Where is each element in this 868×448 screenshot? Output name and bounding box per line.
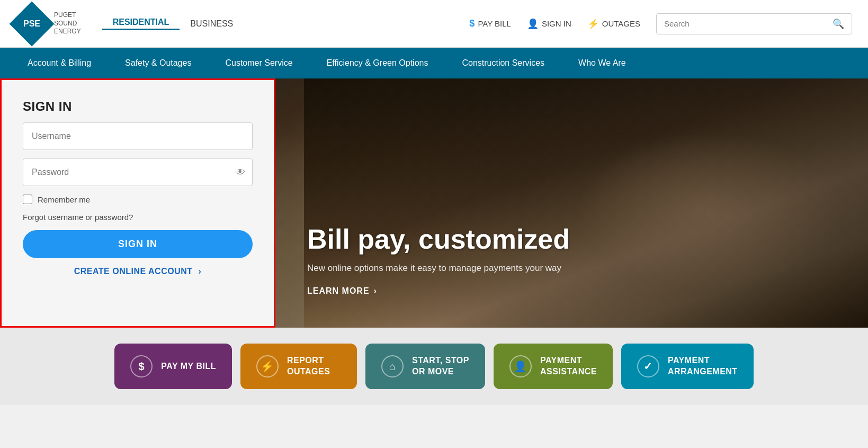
create-account-label: CREATE ONLINE ACCOUNT	[74, 267, 193, 276]
password-toggle-icon[interactable]: 👁	[236, 167, 245, 178]
learn-more-label: LEARN MORE	[307, 286, 370, 296]
nav-safety-outages[interactable]: Safety & Outages	[108, 48, 208, 78]
start-stop-text: START, STOPOR MOVE	[412, 355, 469, 377]
signin-title: SIGN IN	[23, 99, 253, 114]
nav-who-we-are[interactable]: Who We Are	[561, 48, 643, 78]
nav-account-billing[interactable]: Account & Billing	[11, 48, 108, 78]
hero-headline: Bill pay, customized	[307, 224, 836, 254]
secondary-nav: Account & Billing Safety & Outages Custo…	[0, 48, 868, 78]
payment-arrangement-icon: ✓	[637, 355, 659, 377]
pay-bill-label: PAY BILL	[478, 19, 511, 28]
logo-line2: SOUND	[54, 20, 81, 28]
outages-link[interactable]: ⚡ OUTAGES	[587, 18, 640, 30]
primary-nav: RESIDENTIAL BUSINESS	[102, 17, 244, 30]
remember-me-checkbox[interactable]	[23, 195, 32, 204]
logo-abbreviation: PSE	[23, 19, 40, 28]
top-header: PSE PUGET SOUND ENERGY RESIDENTIAL BUSIN…	[0, 0, 868, 48]
username-input[interactable]	[23, 122, 253, 150]
pay-bill-text: PAY MY BILL	[161, 361, 216, 372]
signin-panel: SIGN IN 👁 Remember me Forgot username or…	[0, 78, 275, 328]
nav-residential[interactable]: RESIDENTIAL	[102, 17, 180, 30]
hero-subtext: New online options make it easy to manag…	[307, 263, 836, 274]
payment-assistance-button[interactable]: 👤 PAYMENTASSISTANCE	[494, 344, 613, 389]
hero-section: SIGN IN 👁 Remember me Forgot username or…	[0, 78, 868, 328]
signin-button[interactable]: SIGN IN	[23, 230, 253, 258]
header-actions: $ PAY BILL 👤 SIGN IN ⚡ OUTAGES 🔍	[469, 13, 852, 34]
logo-line1: PUGET	[54, 11, 81, 20]
remember-row: Remember me	[23, 195, 253, 204]
logo-line3: ENERGY	[54, 28, 81, 36]
search-bar[interactable]: 🔍	[656, 13, 852, 34]
learn-more-link[interactable]: LEARN MORE ›	[307, 286, 836, 296]
create-account-link[interactable]: CREATE ONLINE ACCOUNT ›	[23, 267, 253, 276]
payment-assistance-icon: 👤	[509, 355, 532, 377]
payment-arrangement-text: PAYMENTARRANGEMENT	[668, 355, 738, 377]
hero-content: SIGN IN 👁 Remember me Forgot username or…	[0, 78, 868, 328]
outages-label: OUTAGES	[602, 19, 640, 28]
learn-more-arrow: ›	[374, 286, 377, 296]
start-stop-icon: ⌂	[381, 355, 404, 377]
outages-icon: ⚡	[256, 355, 279, 377]
nav-construction[interactable]: Construction Services	[445, 48, 561, 78]
forgot-link[interactable]: Forgot username or password?	[23, 213, 253, 222]
person-icon: 👤	[527, 18, 539, 30]
logo-text: PUGET SOUND ENERGY	[54, 11, 81, 36]
start-stop-button[interactable]: ⌂ START, STOPOR MOVE	[365, 344, 485, 389]
report-outages-button[interactable]: ⚡ REPORTOUTAGES	[240, 344, 357, 389]
search-input[interactable]	[664, 19, 833, 28]
password-input[interactable]	[23, 159, 253, 186]
hero-text-area: Bill pay, customized New online options …	[275, 78, 868, 328]
search-icon: 🔍	[833, 18, 844, 30]
outages-text: REPORTOUTAGES	[287, 355, 330, 377]
logo-area[interactable]: PSE PUGET SOUND ENERGY	[16, 8, 81, 40]
dollar-icon: $	[469, 18, 475, 29]
sign-in-label: SIGN IN	[542, 19, 571, 28]
payment-assistance-text: PAYMENTASSISTANCE	[540, 355, 597, 377]
bottom-actions: $ PAY MY BILL ⚡ REPORTOUTAGES ⌂ START, S…	[0, 328, 868, 405]
pay-my-bill-button[interactable]: $ PAY MY BILL	[114, 344, 232, 389]
remember-me-label: Remember me	[38, 195, 90, 204]
nav-customer-service[interactable]: Customer Service	[208, 48, 309, 78]
lightning-icon: ⚡	[587, 18, 599, 30]
create-account-arrow: ›	[198, 267, 201, 276]
pay-bill-icon: $	[130, 355, 153, 377]
nav-business[interactable]: BUSINESS	[180, 19, 244, 29]
payment-arrangement-button[interactable]: ✓ PAYMENTARRANGEMENT	[621, 344, 754, 389]
password-wrapper: 👁	[23, 159, 253, 186]
sign-in-link[interactable]: 👤 SIGN IN	[527, 18, 571, 30]
pay-bill-link[interactable]: $ PAY BILL	[469, 18, 511, 29]
nav-efficiency-green[interactable]: Efficiency & Green Options	[310, 48, 445, 78]
logo-diamond: PSE	[10, 1, 55, 46]
